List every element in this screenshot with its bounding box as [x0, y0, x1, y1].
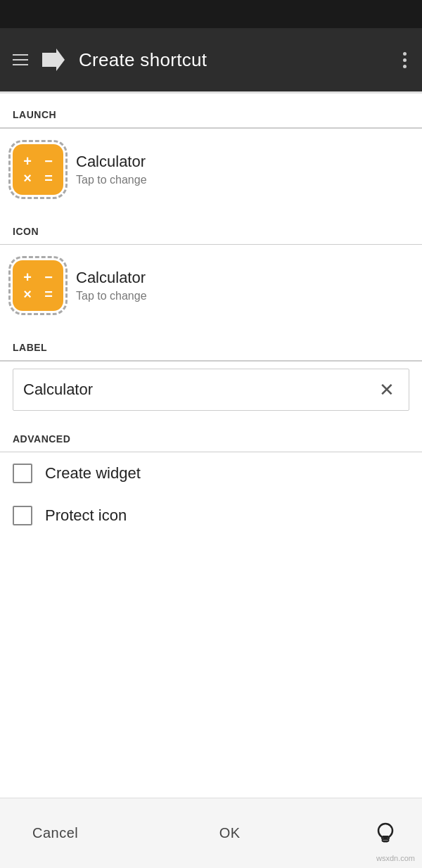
launch-app-row[interactable]: + − × = Calculator Tap to change [0, 129, 422, 210]
shortcut-arrow-icon [39, 46, 68, 74]
create-widget-label: Create widget [45, 464, 141, 483]
hamburger-icon[interactable] [13, 54, 28, 65]
plus-sym: + [20, 154, 34, 168]
header-title: Create shortcut [79, 49, 207, 71]
icon-calc-icon: + − × = [13, 260, 63, 311]
more-options-icon[interactable] [400, 46, 409, 74]
launch-section-header: LAUNCH [0, 94, 422, 127]
equals-sym: = [41, 171, 56, 185]
main-content: LAUNCH + − × = Calculator Tap to change … [0, 94, 422, 537]
launch-app-info: Calculator Tap to change [76, 153, 147, 186]
watermark: wsxdn.com [376, 854, 415, 862]
label-divider [0, 360, 422, 362]
status-bar [0, 0, 422, 28]
launch-app-name: Calculator [76, 153, 147, 171]
svg-marker-0 [42, 49, 65, 71]
clear-input-icon[interactable]: ✕ [375, 379, 399, 400]
launch-app-subtitle: Tap to change [76, 174, 147, 186]
label-input[interactable] [23, 381, 375, 399]
icon-app-row[interactable]: + − × = Calculator Tap to change [0, 245, 422, 326]
cancel-button[interactable]: Cancel [21, 818, 89, 848]
icon-app-info: Calculator Tap to change [76, 269, 147, 302]
label-section-header: LABEL [0, 326, 422, 360]
icon-plus-sym: + [20, 270, 34, 284]
icon-equals-sym: = [41, 287, 56, 301]
create-widget-row[interactable]: Create widget [0, 452, 422, 494]
icon-minus-sym: − [41, 270, 56, 284]
icon-app-subtitle: Tap to change [76, 290, 147, 302]
create-widget-checkbox[interactable] [13, 464, 32, 483]
bulb-icon [370, 818, 401, 849]
icon-app-name: Calculator [76, 269, 147, 287]
minus-sym: − [41, 154, 56, 168]
advanced-section-header: ADVANCED [0, 418, 422, 452]
app-header: Create shortcut [0, 28, 422, 91]
icon-times-sym: × [20, 287, 34, 301]
times-sym: × [20, 171, 34, 185]
protect-icon-label: Protect icon [45, 506, 127, 525]
bottom-bar: Cancel OK [0, 798, 422, 868]
label-input-container: ✕ [13, 369, 409, 411]
ok-button[interactable]: OK [208, 818, 252, 848]
launch-calc-icon: + − × = [13, 144, 63, 195]
protect-icon-checkbox[interactable] [13, 506, 32, 525]
icon-section-header: ICON [0, 210, 422, 244]
protect-icon-row[interactable]: Protect icon [0, 494, 422, 537]
